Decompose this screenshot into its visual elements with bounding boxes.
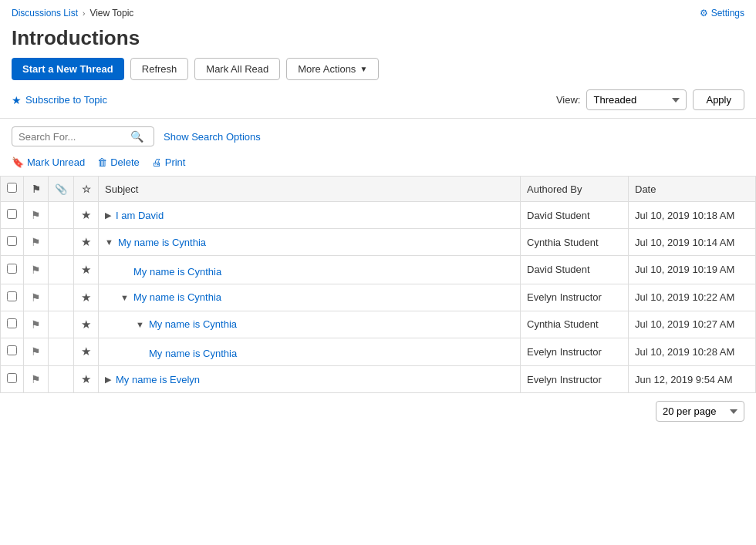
- more-actions-label: More Actions: [298, 63, 356, 75]
- col-header-check: [1, 177, 24, 202]
- flag-icon[interactable]: ⚑: [31, 236, 41, 248]
- subject-link[interactable]: My name is Cynthia: [149, 318, 237, 330]
- refresh-button[interactable]: Refresh: [130, 58, 189, 80]
- breadcrumb-parent-link[interactable]: Discussions List: [12, 8, 78, 19]
- settings-link[interactable]: ⚙ Settings: [700, 8, 744, 19]
- subscribe-star-icon: ★: [12, 94, 22, 106]
- delete-label: Delete: [110, 156, 140, 168]
- print-icon: 🖨: [152, 156, 162, 168]
- search-box: 🔍: [12, 126, 154, 146]
- subject-link[interactable]: My name is Cynthia: [149, 348, 237, 359]
- authored-by: David Student: [521, 202, 629, 229]
- mark-unread-label: Mark Unread: [27, 156, 85, 168]
- mark-unread-icon: 🔖: [12, 156, 24, 168]
- thread-arrow-icon[interactable]: ▶: [105, 210, 111, 220]
- date-cell: Jul 10, 2019 10:28 AM: [629, 338, 756, 366]
- subscribe-label: Subscribe to Topic: [25, 94, 107, 106]
- subject-link[interactable]: My name is Cynthia: [118, 237, 206, 248]
- col-header-date: Date: [629, 177, 756, 202]
- col-header-star: ☆: [74, 177, 99, 202]
- authored-by: David Student: [521, 256, 629, 284]
- table-row: ⚑★▼My name is CynthiaCynthia StudentJul …: [1, 311, 756, 338]
- thread-expand-icon[interactable]: ▼: [120, 293, 129, 302]
- new-thread-button[interactable]: Start a New Thread: [12, 58, 124, 80]
- table-row: ⚑★▶I am DavidDavid StudentJul 10, 2019 1…: [1, 202, 756, 229]
- table-row: ⚑★My name is CynthiaDavid StudentJul 10,…: [1, 256, 756, 284]
- table-row: ⚑★▼My name is CynthiaEvelyn InstructorJu…: [1, 284, 756, 311]
- authored-by: Evelyn Instructor: [521, 338, 629, 366]
- row-checkbox-3[interactable]: [7, 291, 17, 301]
- print-button[interactable]: 🖨 Print: [152, 156, 186, 168]
- select-all-checkbox[interactable]: [7, 183, 17, 193]
- subject-link[interactable]: My name is Evelyn: [116, 374, 200, 385]
- authored-by: Cynthia Student: [521, 311, 629, 338]
- flag-icon[interactable]: ⚑: [31, 318, 41, 331]
- flag-icon[interactable]: ⚑: [31, 373, 41, 385]
- per-page-select[interactable]: 20 per page 50 per page 100 per page: [656, 401, 744, 422]
- row-checkbox-4[interactable]: [7, 318, 17, 328]
- subscribe-link[interactable]: ★ Subscribe to Topic: [12, 94, 107, 106]
- star-icon[interactable]: ★: [81, 263, 91, 276]
- date-cell: Jul 10, 2019 10:19 AM: [629, 256, 756, 284]
- row-checkbox-1[interactable]: [7, 236, 17, 246]
- star-icon[interactable]: ★: [81, 208, 91, 221]
- col-header-flag: ⚑: [24, 177, 49, 202]
- search-icon: 🔍: [130, 130, 143, 143]
- table-row: ⚑★▼My name is CynthiaCynthia StudentJul …: [1, 229, 756, 256]
- authored-by: Evelyn Instructor: [521, 284, 629, 311]
- breadcrumb: Discussions List › View Topic: [12, 8, 133, 19]
- row-checkbox-5[interactable]: [7, 345, 17, 355]
- apply-button[interactable]: Apply: [693, 89, 744, 110]
- thread-expand-icon[interactable]: ▼: [105, 237, 113, 247]
- star-icon[interactable]: ★: [81, 235, 91, 248]
- settings-label: Settings: [711, 8, 744, 19]
- search-input[interactable]: [19, 131, 130, 143]
- flag-icon[interactable]: ⚑: [31, 345, 41, 358]
- show-search-options-link[interactable]: Show Search Options: [164, 131, 261, 143]
- flag-icon[interactable]: ⚑: [31, 264, 41, 276]
- date-cell: Jul 10, 2019 10:14 AM: [629, 229, 756, 256]
- mark-unread-button[interactable]: 🔖 Mark Unread: [12, 156, 85, 168]
- thread-arrow-icon[interactable]: ▶: [105, 375, 111, 385]
- breadcrumb-current: View Topic: [89, 8, 133, 19]
- view-label: View:: [556, 94, 581, 106]
- star-header-icon: ☆: [82, 183, 91, 195]
- authored-by: Cynthia Student: [521, 229, 629, 256]
- date-cell: Jul 10, 2019 10:18 AM: [629, 202, 756, 229]
- chevron-down-icon: ▼: [359, 65, 367, 73]
- star-icon[interactable]: ★: [81, 345, 91, 358]
- row-checkbox-6[interactable]: [7, 373, 17, 383]
- col-header-subject: Subject: [99, 177, 521, 202]
- star-icon[interactable]: ★: [81, 372, 91, 385]
- print-label: Print: [165, 156, 186, 168]
- mark-all-read-button[interactable]: Mark All Read: [194, 58, 280, 80]
- view-select[interactable]: Threaded Unthreaded: [586, 89, 687, 110]
- thread-expand-icon[interactable]: ▼: [136, 320, 144, 329]
- table-row: ⚑★My name is CynthiaEvelyn InstructorJul…: [1, 338, 756, 366]
- star-icon[interactable]: ★: [81, 318, 91, 331]
- subject-link[interactable]: I am David: [116, 210, 164, 221]
- table-row: ⚑★▶My name is EvelynEvelyn InstructorJun…: [1, 366, 756, 393]
- authored-by: Evelyn Instructor: [521, 366, 629, 393]
- flag-header-icon: ⚑: [32, 183, 41, 195]
- breadcrumb-separator: ›: [83, 9, 85, 18]
- subject-link[interactable]: My name is Cynthia: [133, 266, 221, 278]
- star-icon[interactable]: ★: [81, 291, 91, 304]
- attach-header-icon: 📎: [55, 183, 67, 195]
- date-cell: Jun 12, 2019 9:54 AM: [629, 366, 756, 393]
- date-cell: Jul 10, 2019 10:27 AM: [629, 311, 756, 338]
- discussion-table: ⚑ 📎 ☆ Subject Authored By Date ⚑★▶I am D…: [0, 176, 756, 393]
- col-header-attach: 📎: [49, 177, 74, 202]
- flag-icon[interactable]: ⚑: [31, 209, 41, 221]
- flag-icon[interactable]: ⚑: [31, 291, 41, 304]
- page-title: Introductions: [0, 22, 756, 58]
- delete-button[interactable]: 🗑 Delete: [97, 156, 140, 168]
- col-header-authored-by: Authored By: [521, 177, 629, 202]
- row-checkbox-0[interactable]: [7, 209, 17, 219]
- date-cell: Jul 10, 2019 10:22 AM: [629, 284, 756, 311]
- row-checkbox-2[interactable]: [7, 264, 17, 274]
- subject-link[interactable]: My name is Cynthia: [133, 291, 221, 303]
- delete-icon: 🗑: [97, 156, 107, 168]
- more-actions-button[interactable]: More Actions ▼: [286, 58, 379, 80]
- settings-icon: ⚙: [700, 8, 708, 19]
